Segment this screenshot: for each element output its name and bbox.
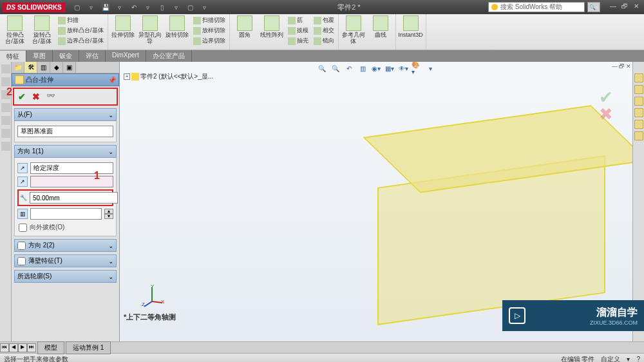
open-icon[interactable]: ▿ (86, 2, 97, 12)
direction1-header[interactable]: 方向 1(1) (14, 145, 117, 158)
display-style-icon[interactable]: ▦▾ (384, 63, 395, 73)
options-icon[interactable]: ▢ (185, 2, 196, 12)
taskpane-resources-icon[interactable] (634, 73, 643, 82)
new-icon[interactable]: ▢ (72, 2, 82, 12)
status-unit-icon[interactable]: ▾ (627, 356, 630, 362)
feature-tree-tab[interactable]: 📁 (12, 62, 24, 73)
reverse-direction-icon[interactable]: ↗ (17, 163, 28, 173)
undo-icon[interactable]: ↶ (129, 2, 139, 12)
rail-icon[interactable] (1, 116, 10, 125)
tab-feature[interactable]: 特征 (0, 50, 26, 62)
rail-icon[interactable] (1, 142, 10, 151)
tab-sheet-metal[interactable]: 钣金 (53, 50, 79, 62)
boundary-boss-button[interactable]: 边界凸台/基体 (57, 36, 105, 46)
restore-button[interactable]: 🗗 (620, 3, 630, 12)
taskpane-appearance-icon[interactable] (634, 120, 643, 129)
from-group-header[interactable]: 从(F) (14, 108, 117, 121)
config-tab[interactable]: ▥ (37, 62, 50, 73)
detailed-preview-button[interactable]: 👓 (46, 91, 57, 102)
expand-icon[interactable]: + (124, 73, 130, 80)
taskpane-library-icon[interactable] (634, 85, 643, 94)
draft-button[interactable]: 拔模 (287, 26, 310, 35)
extrude-boss-button[interactable]: 拉伸凸台/基体 (3, 15, 27, 45)
revolve-boss-button[interactable]: 旋转凸台/基体 (30, 15, 54, 45)
cancel-button[interactable]: ✖ (32, 91, 43, 102)
reference-triad[interactable]: Y X Z (139, 283, 165, 309)
direction-vector-field[interactable] (30, 176, 113, 187)
ref-geometry-button[interactable]: 参考几何体 (341, 15, 366, 45)
print-icon[interactable]: ▿ (115, 2, 125, 12)
wrap-button[interactable]: 包覆 (312, 15, 336, 25)
extrude-cut-button[interactable]: 拉伸切除 (111, 15, 135, 39)
view-orientation-icon[interactable]: ◉▾ (370, 63, 382, 73)
boundary-cut-button[interactable]: 边界切除 (192, 36, 227, 46)
loft-boss-button[interactable]: 放样凸台/基体 (57, 26, 105, 35)
close-button[interactable]: ✕ (631, 3, 641, 12)
draft-icon[interactable]: ▥ (17, 209, 28, 219)
instant3d-button[interactable]: Instant3D (399, 15, 423, 39)
confirm-corner-cancel-icon[interactable]: ✖ (599, 104, 613, 124)
intersect-button[interactable]: 相交 (312, 26, 336, 35)
thin-feature-header[interactable]: 薄壁特征(T) (14, 254, 117, 267)
status-help-icon[interactable]: ? (636, 356, 640, 362)
graphics-viewport[interactable]: — 🗗 ✕ 🔍 🔍 ↶ ▥ ◉▾ ▦▾ 👁▾ 🎨▾ ▾ + 零件2 (默认<<默… (120, 62, 632, 341)
tab-office[interactable]: 办公室产品 (146, 50, 192, 62)
rail-icon[interactable] (1, 64, 10, 73)
direction2-header[interactable]: 方向 2(2) (14, 239, 117, 252)
tab-dimxpert[interactable]: DimXpert (106, 50, 146, 62)
rib-button[interactable]: 筋 (287, 15, 310, 25)
tab-sketch[interactable]: 草图 (26, 50, 53, 62)
rail-icon[interactable] (1, 103, 10, 112)
doc-restore-icon[interactable]: 🗗 (619, 63, 625, 70)
rebuild-icon[interactable]: ▿ (171, 2, 182, 12)
display-tab[interactable]: ▣ (63, 62, 76, 73)
revolve-cut-button[interactable]: 旋转切除 (165, 15, 189, 39)
scroll-first-icon[interactable]: ⏮ (0, 343, 9, 352)
scroll-prev-icon[interactable]: ◀ (9, 343, 18, 352)
fillet-button[interactable]: 圆角 (232, 15, 257, 39)
curves-button[interactable]: 曲线 (368, 15, 393, 39)
tab-evaluate[interactable]: 评估 (79, 50, 106, 62)
redo-icon[interactable]: ▿ (143, 2, 153, 12)
mirror-button[interactable]: 镜向 (312, 36, 336, 46)
scroll-next-icon[interactable]: ▶ (18, 343, 27, 352)
doc-minimize-icon[interactable]: — (612, 63, 618, 70)
property-manager-tab[interactable]: 🛠 (24, 62, 37, 73)
from-dropdown[interactable]: 草图基准面 (17, 126, 113, 137)
thin-feature-checkbox[interactable] (17, 257, 26, 265)
doc-close-icon[interactable]: ✕ (626, 63, 631, 70)
direction-vector-icon[interactable]: ↗ (17, 176, 28, 187)
zoom-fit-icon[interactable]: 🔍 (316, 63, 328, 73)
scroll-last-icon[interactable]: ⏭ (27, 343, 36, 352)
prev-view-icon[interactable]: ↶ (343, 63, 355, 73)
end-condition-dropdown[interactable]: 给定深度 (30, 162, 113, 174)
linear-pattern-button[interactable]: 线性阵列 (260, 15, 284, 39)
direction2-checkbox[interactable] (17, 242, 26, 250)
shell-button[interactable]: 抽壳 (287, 36, 310, 46)
draft-angle-field[interactable] (30, 208, 102, 220)
hole-wizard-button[interactable]: 异型孔向导 (138, 15, 162, 45)
taskpane-explorer-icon[interactable] (634, 97, 643, 106)
select-icon[interactable]: ▯ (157, 2, 167, 12)
swept-boss-button[interactable]: 扫描 (57, 15, 105, 25)
draft-outward-checkbox[interactable] (19, 224, 27, 232)
taskpane-properties-icon[interactable] (634, 131, 643, 140)
apply-scene-icon[interactable]: ▾ (424, 63, 436, 73)
status-custom[interactable]: 自定义 (601, 355, 620, 363)
taskpane-view-icon[interactable] (634, 108, 643, 117)
minimize-button[interactable]: — (608, 3, 618, 12)
search-dropdown-button[interactable]: 🔍▾ (587, 2, 600, 12)
depth-input[interactable] (30, 192, 118, 204)
rail-icon[interactable] (1, 77, 10, 86)
more-icon[interactable]: ▿ (200, 2, 210, 12)
ok-button[interactable]: ✔ (18, 91, 28, 102)
help-search-input[interactable]: 搜索 SolidWorks 帮助 (488, 2, 585, 12)
hide-show-icon[interactable]: 👁▾ (397, 63, 409, 73)
loft-cut-button[interactable]: 放样切除 (192, 26, 227, 35)
draft-spinner[interactable]: ▲▼ (104, 209, 113, 219)
tab-model[interactable]: 模型 (37, 341, 64, 354)
swept-cut-button[interactable]: 扫描切除 (192, 15, 227, 25)
flyout-feature-tree[interactable]: + 零件2 (默认<<默认>_显... (124, 72, 213, 81)
pin-icon[interactable]: 📌 (108, 77, 116, 84)
selected-contours-header[interactable]: 所选轮廓(S) (14, 270, 117, 283)
